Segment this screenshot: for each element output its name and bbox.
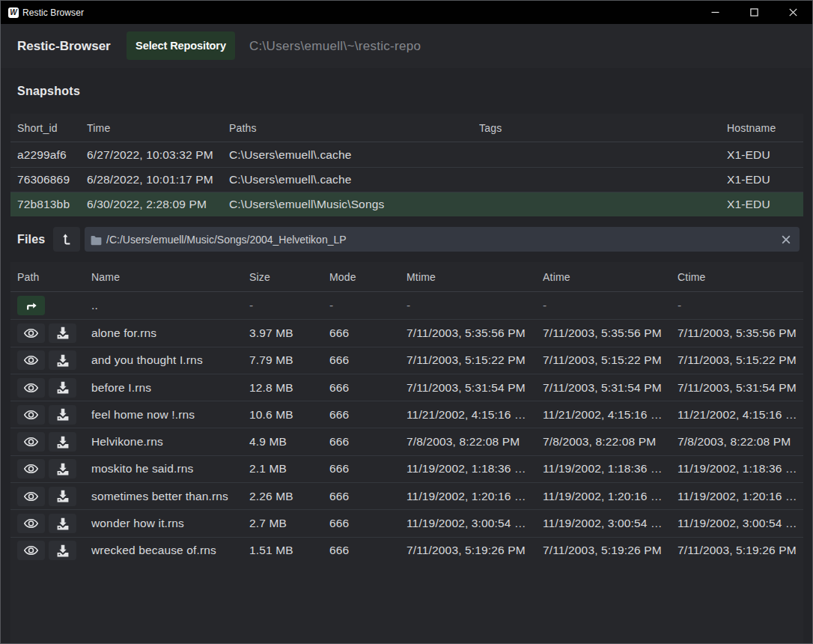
snapshots-table-header: Short_id Time Paths Tags Hostname: [10, 114, 803, 142]
column-header-mode[interactable]: Mode: [329, 271, 406, 283]
file-row[interactable]: before I.rns 12.8 MB 666 7/11/2003, 5:31…: [10, 374, 803, 401]
file-mode: 666: [329, 462, 406, 476]
column-header-paths[interactable]: Paths: [229, 122, 479, 134]
parent-row-mode: -: [329, 299, 406, 312]
snapshot-time: 6/28/2022, 10:01:17 PM: [87, 173, 229, 186]
file-row[interactable]: sometimes better than.rns 2.26 MB 666 11…: [10, 482, 803, 509]
file-name: and you thought I.rns: [91, 353, 249, 367]
download-file-button[interactable]: [49, 514, 76, 533]
parent-row-ctime: -: [678, 299, 803, 312]
file-atime: 7/11/2003, 5:31:54 PM: [543, 381, 678, 395]
level-up-button[interactable]: [53, 227, 80, 252]
file-ctime: 7/11/2003, 5:19:26 PM: [678, 544, 803, 557]
file-name: feel home now !.rns: [91, 408, 249, 422]
file-row[interactable]: wrecked because of.rns 1.51 MB 666 7/11/…: [10, 537, 803, 564]
file-mode: 666: [329, 544, 406, 557]
column-header-tags[interactable]: Tags: [479, 122, 727, 134]
column-header-size[interactable]: Size: [249, 271, 329, 283]
snapshot-paths: C:\Users\emuell\.cache: [229, 148, 479, 162]
file-name: Helvikone.rns: [91, 435, 249, 449]
column-header-time[interactable]: Time: [87, 122, 229, 134]
file-row-actions: [17, 459, 91, 479]
file-name: before I.rns: [91, 381, 249, 395]
file-ctime: 11/19/2002, 1:20:16 …: [678, 490, 803, 503]
parent-row-name: ..: [91, 299, 249, 312]
preview-file-button[interactable]: [17, 541, 45, 560]
snapshot-row[interactable]: 72b813bb 6/30/2022, 2:28:09 PM C:\Users\…: [10, 192, 803, 216]
download-file-button[interactable]: [49, 487, 76, 506]
files-table-header: Path Name Size Mode Mtime Atime Ctime: [10, 262, 803, 292]
app-window: W Restic Browser Restic-Browser Select R…: [0, 0, 813, 644]
file-name: wrecked because of.rns: [91, 544, 249, 557]
preview-file-button[interactable]: [17, 350, 45, 370]
parent-row-actions: [17, 296, 91, 315]
file-ctime: 11/19/2002, 3:00:54 …: [678, 517, 803, 530]
snapshot-row[interactable]: 76306869 6/28/2022, 10:01:17 PM C:\Users…: [10, 167, 803, 192]
file-ctime: 7/11/2003, 5:31:54 PM: [678, 381, 803, 395]
maximize-button[interactable]: [734, 1, 773, 24]
file-row[interactable]: feel home now !.rns 10.6 MB 666 11/21/20…: [10, 401, 803, 428]
column-header-ctime[interactable]: Ctime: [678, 271, 803, 283]
preview-file-button[interactable]: [17, 514, 45, 533]
column-header-path[interactable]: Path: [17, 271, 91, 283]
file-row[interactable]: moskito he said.rns 2.1 MB 666 11/19/200…: [10, 455, 803, 482]
snapshot-hostname: X1-EDU: [727, 173, 803, 186]
file-size: 7.79 MB: [249, 353, 329, 367]
file-size: 1.51 MB: [249, 544, 329, 557]
file-size: 12.8 MB: [249, 381, 329, 395]
file-mtime: 11/19/2002, 1:18:36 …: [406, 462, 543, 476]
file-row[interactable]: wonder how it.rns 2.7 MB 666 11/19/2002,…: [10, 509, 803, 536]
column-header-name[interactable]: Name: [91, 271, 249, 283]
preview-file-button[interactable]: [17, 487, 45, 506]
window-title: Restic Browser: [22, 7, 84, 18]
column-header-hostname[interactable]: Hostname: [727, 122, 803, 134]
file-size: 2.26 MB: [249, 490, 329, 503]
parent-directory-row[interactable]: .. - - - - -: [10, 292, 803, 319]
eye-icon: [24, 464, 38, 473]
file-row[interactable]: Helvikone.rns 4.9 MB 666 7/8/2003, 8:22:…: [10, 428, 803, 455]
file-path-value: /C:/Users/emuell/Music/Songs/2004_Helvet…: [106, 234, 776, 246]
close-icon: [789, 8, 797, 16]
column-header-atime[interactable]: Atime: [543, 271, 678, 283]
file-size: 4.9 MB: [249, 435, 329, 449]
preview-file-button[interactable]: [17, 378, 45, 398]
app-header: Restic-Browser Select Repository C:\User…: [1, 24, 812, 68]
preview-file-button[interactable]: [17, 432, 45, 452]
eye-icon: [24, 546, 38, 555]
file-mtime: 11/21/2002, 4:15:16 …: [406, 408, 543, 422]
file-row[interactable]: alone for.rns 3.97 MB 666 7/11/2003, 5:3…: [10, 319, 803, 346]
file-path-bar[interactable]: /C:/Users/emuell/Music/Songs/2004_Helvet…: [85, 227, 800, 252]
preview-file-button[interactable]: [17, 459, 45, 479]
close-button[interactable]: [773, 1, 812, 24]
parent-row-atime: -: [543, 299, 678, 312]
download-icon: [57, 436, 69, 449]
maximize-icon: [750, 8, 758, 16]
download-file-button[interactable]: [49, 541, 76, 560]
column-header-short-id[interactable]: Short_id: [17, 122, 87, 134]
preview-file-button[interactable]: [17, 323, 45, 343]
go-up-button[interactable]: [17, 296, 45, 315]
file-name: moskito he said.rns: [91, 462, 249, 476]
clear-path-button[interactable]: [782, 235, 791, 244]
snapshot-row[interactable]: a2299af6 6/27/2022, 10:03:32 PM C:\Users…: [10, 142, 803, 167]
download-file-button[interactable]: [49, 350, 76, 370]
file-row[interactable]: and you thought I.rns 7.79 MB 666 7/11/2…: [10, 347, 803, 374]
download-file-button[interactable]: [49, 432, 76, 452]
column-header-mtime[interactable]: Mtime: [406, 271, 543, 283]
download-file-button[interactable]: [49, 459, 76, 479]
file-mtime: 11/19/2002, 1:20:16 …: [406, 490, 543, 503]
file-name: sometimes better than.rns: [91, 490, 249, 503]
snapshots-table: Short_id Time Paths Tags Hostname a2299a…: [10, 114, 803, 216]
file-size: 10.6 MB: [249, 408, 329, 422]
preview-file-button[interactable]: [17, 405, 45, 425]
file-atime: 11/19/2002, 1:18:36 …: [543, 462, 678, 476]
minimize-button[interactable]: [695, 1, 734, 24]
download-file-button[interactable]: [49, 323, 76, 343]
file-mode: 666: [329, 490, 406, 503]
download-file-button[interactable]: [49, 405, 76, 425]
file-mode: 666: [329, 435, 406, 449]
eye-icon: [24, 437, 38, 446]
eye-icon: [24, 410, 38, 419]
select-repository-button[interactable]: Select Repository: [127, 31, 235, 60]
download-file-button[interactable]: [49, 378, 76, 398]
